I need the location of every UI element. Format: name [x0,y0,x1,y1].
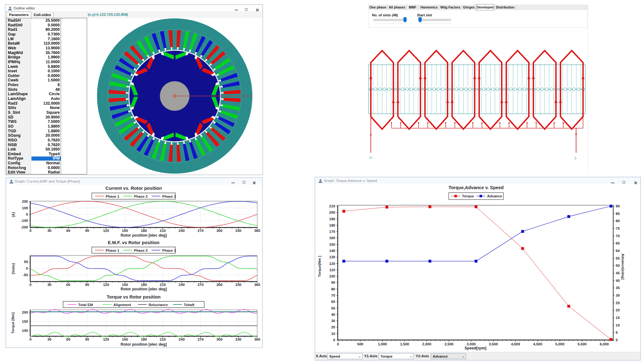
svg-text:-50: -50 [23,273,28,277]
svg-text:120: 120 [103,229,109,233]
svg-text:-200: -200 [21,225,28,229]
svg-text:270: 270 [197,229,203,233]
svg-text:15: 15 [616,316,620,320]
svg-text:300: 300 [216,229,222,233]
svg-text:240: 240 [179,283,185,287]
svg-text:30: 30 [47,337,52,341]
svg-text:90: 90 [85,283,89,287]
svg-text:0: 0 [333,338,335,342]
svg-text:40: 40 [616,279,620,282]
svg-text:30: 30 [331,319,335,323]
svg-text:45: 45 [616,271,620,275]
svg-text:50: 50 [24,260,28,264]
svg-text:Alignment: Alignment [114,303,131,307]
svg-text:80: 80 [616,219,620,223]
svg-text:65: 65 [616,241,620,245]
svg-text:180: 180 [141,229,147,233]
svg-text:Phase 1: Phase 1 [106,195,119,198]
svg-text:20: 20 [331,325,335,329]
svg-text:30: 30 [616,293,620,297]
svg-text:[Volts]: [Volts] [11,263,15,274]
svg-text:100: 100 [22,206,28,210]
svg-text:1,000: 1,000 [378,342,387,346]
svg-text:[A]: [A] [11,212,15,217]
svg-text:Phase 3: Phase 3 [162,195,176,198]
svg-text:40: 40 [331,313,335,316]
svg-text:120: 120 [103,337,109,341]
svg-text:270: 270 [197,337,203,341]
svg-text:Current vs. Rotor position: Current vs. Rotor position [105,186,162,191]
svg-text:150: 150 [122,337,128,341]
svg-text:240: 240 [179,229,185,233]
svg-text:60: 60 [66,283,70,287]
svg-text:Advance[edeg]: Advance[edeg] [621,254,625,280]
svg-text:2,000: 2,000 [422,342,431,346]
svg-text:210: 210 [160,229,166,233]
svg-text:300: 300 [216,283,222,287]
svg-text:210: 210 [160,337,166,341]
svg-text:150: 150 [329,243,335,246]
svg-text:6,000: 6,000 [600,342,609,346]
svg-text:50: 50 [616,264,620,267]
svg-text:5,000: 5,000 [555,342,564,346]
svg-text:1+: 1+ [369,156,373,159]
svg-text:110: 110 [329,268,335,272]
svg-text:360: 360 [254,229,260,233]
svg-text:330: 330 [235,283,241,287]
svg-text:Tshaft: Tshaft [184,303,195,307]
svg-text:Reluctance: Reluctance [149,303,168,307]
svg-text:360: 360 [254,283,260,287]
svg-text:3,500: 3,500 [489,342,498,346]
svg-text:150: 150 [122,283,128,287]
svg-text:180: 180 [329,223,335,227]
svg-text:500: 500 [357,342,363,346]
svg-text:200: 200 [22,200,28,203]
svg-text:200: 200 [22,310,28,314]
svg-text:Torque[Nm ]: Torque[Nm ] [318,256,321,277]
svg-text:30: 30 [47,229,52,233]
svg-text:130: 130 [329,255,335,259]
svg-text:10: 10 [616,323,620,327]
svg-text:20: 20 [616,308,620,312]
svg-text:50: 50 [331,306,335,310]
svg-text:5,500: 5,500 [578,342,587,346]
svg-text:E.M.F. vs Rotor position: E.M.F. vs Rotor position [108,240,159,245]
svg-text:100: 100 [329,274,335,278]
svg-text:0: 0 [337,342,339,346]
svg-text:-100: -100 [21,219,28,222]
svg-text:0: 0 [616,338,618,342]
svg-text:300: 300 [216,337,222,341]
svg-text:Torque [Nm]: Torque [Nm] [11,312,15,334]
svg-text:360: 360 [254,337,260,341]
svg-text:70: 70 [331,293,335,297]
svg-text:30: 30 [47,283,52,287]
svg-text:210: 210 [329,204,335,208]
svg-text:10: 10 [331,332,335,336]
svg-text:55: 55 [616,256,620,260]
svg-text:90: 90 [85,337,89,341]
svg-text:140: 140 [329,249,335,253]
svg-text:80: 80 [331,287,335,291]
svg-text:5: 5 [616,331,618,334]
svg-text:75: 75 [616,227,620,230]
svg-text:90: 90 [331,281,335,284]
svg-text:1-: 1- [574,156,577,160]
svg-text:180: 180 [141,283,147,287]
svg-text:0: 0 [26,266,28,270]
svg-text:200: 200 [329,211,335,214]
svg-text:2,500: 2,500 [444,342,453,346]
svg-text:330: 330 [235,337,241,341]
svg-text:90: 90 [616,204,620,208]
svg-text:Speed[rpm]: Speed[rpm] [464,346,486,350]
svg-text:Rotor position [elec deg]: Rotor position [elec deg] [120,233,167,238]
svg-text:Advance: Advance [487,194,502,198]
svg-text:3,000: 3,000 [467,342,476,346]
svg-text:Torque vs Rotor position: Torque vs Rotor position [107,294,160,299]
svg-text:0: 0 [30,229,31,233]
svg-text:60: 60 [616,249,620,253]
svg-text:0: 0 [30,283,31,287]
svg-text:35: 35 [616,286,620,290]
svg-text:120: 120 [329,262,335,266]
svg-text:270: 270 [197,283,203,287]
svg-text:85: 85 [616,212,620,216]
